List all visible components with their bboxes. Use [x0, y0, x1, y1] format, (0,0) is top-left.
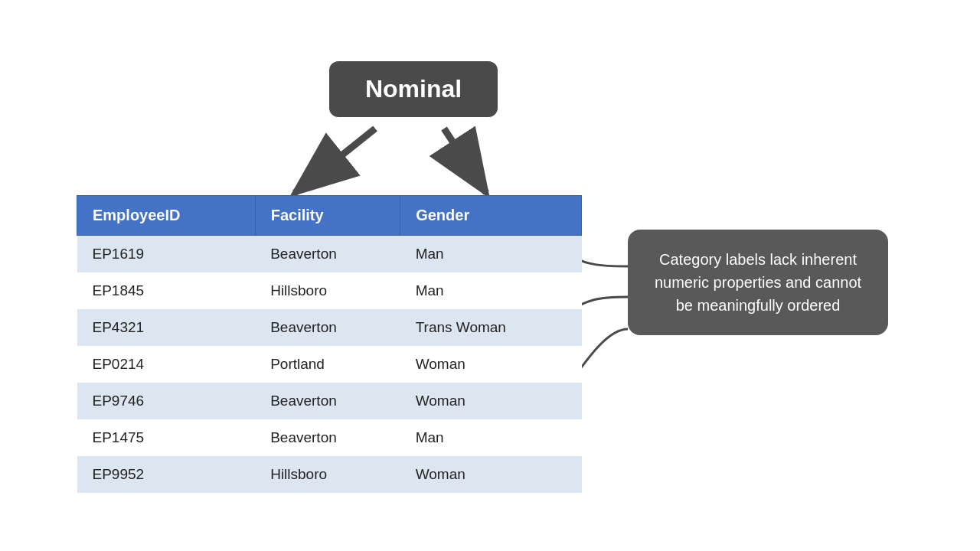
table-container: EmployeeID Facility Gender EP1619Beavert… — [77, 195, 582, 493]
table-cell-r5-c1: Beaverton — [255, 419, 400, 456]
table-cell-r1-c1: Hillsboro — [255, 272, 400, 309]
col-header-employeeid: EmployeeID — [77, 196, 256, 236]
table-cell-r2-c0: EP4321 — [77, 309, 256, 346]
table-cell-r4-c0: EP9746 — [77, 383, 256, 419]
table-row: EP1845HillsboroMan — [77, 272, 582, 309]
table-cell-r4-c2: Woman — [400, 383, 582, 419]
table-cell-r6-c2: Woman — [400, 456, 582, 493]
table-cell-r5-c0: EP1475 — [77, 419, 256, 456]
arrow-to-gender — [444, 129, 486, 193]
table-cell-r1-c2: Man — [400, 272, 582, 309]
table-cell-r5-c2: Man — [400, 419, 582, 456]
data-table: EmployeeID Facility Gender EP1619Beavert… — [77, 195, 582, 493]
col-header-gender: Gender — [400, 196, 582, 236]
table-row: EP4321BeavertonTrans Woman — [77, 309, 582, 346]
table-body: EP1619BeavertonManEP1845HillsboroManEP43… — [77, 236, 582, 494]
table-cell-r3-c1: Portland — [255, 346, 400, 383]
table-cell-r3-c0: EP0214 — [77, 346, 256, 383]
table-row: EP1475BeavertonMan — [77, 419, 582, 456]
table-cell-r6-c0: EP9952 — [77, 456, 256, 493]
callout-box: Category labels lack inherent numeric pr… — [628, 230, 888, 335]
table-cell-r6-c1: Hillsboro — [255, 456, 400, 493]
table-head: EmployeeID Facility Gender — [77, 196, 582, 236]
canvas: Nominal — [0, 0, 980, 551]
table-row: EP0214PortlandWoman — [77, 346, 582, 383]
col-header-facility: Facility — [255, 196, 400, 236]
table-header-row: EmployeeID Facility Gender — [77, 196, 582, 236]
table-cell-r0-c2: Man — [400, 236, 582, 273]
table-row: EP9746BeavertonWoman — [77, 383, 582, 419]
table-cell-r2-c1: Beaverton — [255, 309, 400, 346]
table-row: EP9952HillsboroWoman — [77, 456, 582, 493]
callout-text: Category labels lack inherent numeric pr… — [655, 251, 861, 314]
arrow-to-facility — [295, 129, 375, 193]
nominal-label: Nominal — [365, 75, 462, 103]
table-cell-r1-c0: EP1845 — [77, 272, 256, 309]
table-cell-r0-c1: Beaverton — [255, 236, 400, 273]
nominal-box: Nominal — [329, 61, 498, 117]
table-cell-r3-c2: Woman — [400, 346, 582, 383]
table-row: EP1619BeavertonMan — [77, 236, 582, 273]
table-cell-r4-c1: Beaverton — [255, 383, 400, 419]
table-cell-r2-c2: Trans Woman — [400, 309, 582, 346]
table-cell-r0-c0: EP1619 — [77, 236, 256, 273]
